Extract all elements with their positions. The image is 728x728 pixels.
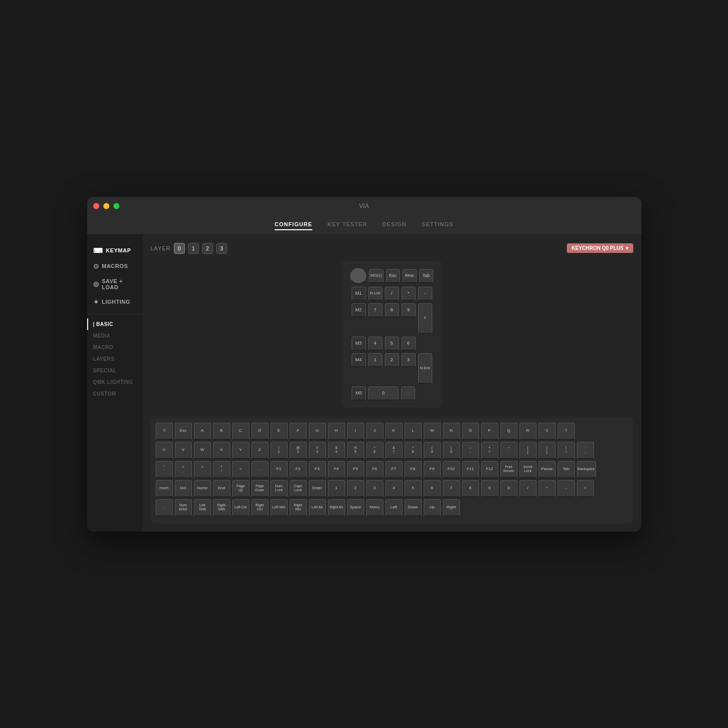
kb-key-g[interactable]: G [309, 423, 326, 440]
kb-key-right-ctrl[interactable]: RightCtrl [251, 499, 269, 516]
kb-key-c[interactable]: C [232, 423, 249, 440]
kb-key-b[interactable]: B [213, 423, 230, 440]
kb-key-up[interactable]: Up [424, 499, 441, 516]
keyboard-selector[interactable]: KEYCHRON Q0 PLUS ▾ [567, 243, 633, 253]
kb-key-m[interactable]: M [424, 423, 441, 440]
kb-key-blank[interactable]: ▽ [156, 423, 173, 440]
kb-key-backslash[interactable]: |\ [558, 442, 575, 459]
kb-key-tab2[interactable]: Tab [558, 461, 575, 478]
kb-key-right[interactable]: Right [443, 499, 460, 516]
kb-key-np-plus[interactable]: + [577, 480, 594, 497]
kb-key-f1[interactable]: F1 [271, 461, 288, 478]
kb-key-f10[interactable]: F10 [443, 461, 460, 478]
kb-key-scroll-lock[interactable]: ScrollLock [519, 461, 537, 478]
numpad-key-m3[interactable]: M3 [352, 337, 366, 351]
layer-btn-3[interactable]: 3 [216, 243, 227, 254]
kb-key-np3[interactable]: 3 [366, 480, 383, 497]
layer-btn-0[interactable]: 0 [174, 243, 185, 254]
numpad-key-esc[interactable]: Esc [386, 269, 400, 283]
numpad-key-6[interactable]: 6 [402, 337, 416, 351]
kb-key-w[interactable]: W [194, 442, 211, 459]
kb-key-space[interactable]: Space [347, 499, 364, 516]
numpad-key-9[interactable]: 9 [402, 303, 416, 317]
numpad-key-knob[interactable] [350, 268, 366, 284]
kb-key-del[interactable]: Del [175, 480, 192, 497]
numpad-key-m4[interactable]: M4 [352, 353, 366, 367]
kb-key-f9[interactable]: F9 [424, 461, 441, 478]
sidebar-category-media[interactable]: MEDIA [87, 330, 143, 342]
kb-key-f4[interactable]: F4 [328, 461, 345, 478]
numpad-key-2[interactable]: 2 [385, 353, 399, 367]
tab-key-tester[interactable]: KEY TESTER [327, 219, 367, 230]
numpad-key-m1[interactable]: M1 [352, 287, 366, 301]
kb-key-comma2[interactable]: , [251, 461, 269, 478]
kb-key-f3[interactable]: F3 [309, 461, 326, 478]
kb-key-left-shift[interactable]: LeftShift [194, 499, 211, 516]
kb-key-i[interactable]: I [347, 423, 364, 440]
kb-key-semicolon[interactable]: :; [577, 442, 594, 459]
sidebar-category-macro[interactable]: MACRO [87, 342, 143, 353]
kb-key-f6[interactable]: F6 [366, 461, 383, 478]
sidebar-category-custom[interactable]: CUSTOM [87, 388, 143, 400]
numpad-key-bksp[interactable]: Bksp [403, 269, 417, 283]
kb-key-np-asterisk[interactable]: * [539, 480, 556, 497]
kb-key-comma[interactable]: <, [175, 461, 192, 478]
kb-key-quote[interactable]: "' [156, 461, 173, 478]
numpad-key-m2[interactable]: M2 [352, 303, 366, 317]
kb-key-8[interactable]: *8 [405, 442, 422, 459]
kb-key-caps-lock[interactable]: CapsLock [290, 480, 307, 497]
sidebar-category-special[interactable]: SPECIAL [87, 365, 143, 376]
kb-key-left-ctrl[interactable]: Left Ctrl [232, 499, 249, 516]
kb-key-backspace[interactable]: Backspace [577, 461, 596, 478]
kb-key-9[interactable]: (9 [424, 442, 441, 459]
kb-key-np7[interactable]: 7 [443, 480, 460, 497]
kb-key-s[interactable]: S [539, 423, 556, 440]
kb-key-5[interactable]: %5 [347, 442, 364, 459]
kb-key-np-slash[interactable]: / [519, 480, 537, 497]
kb-key-print-screen[interactable]: PrintScreen [500, 461, 517, 478]
kb-key-p[interactable]: P [481, 423, 498, 440]
kb-key-z[interactable]: Z [251, 442, 269, 459]
kb-key-right-shift[interactable]: RightShift [213, 499, 230, 516]
kb-key-esc[interactable]: Esc [175, 423, 192, 440]
kb-key-1[interactable]: !1 [271, 442, 288, 459]
kb-key-d[interactable]: D [251, 423, 269, 440]
kb-key-f8[interactable]: F8 [405, 461, 422, 478]
numpad-key-plus[interactable]: + [418, 303, 432, 334]
kb-key-f12[interactable]: F12 [481, 461, 498, 478]
kb-key-np8[interactable]: 8 [462, 480, 479, 497]
kb-key-left-alt[interactable]: Left Alt [309, 499, 326, 516]
layer-btn-1[interactable]: 1 [188, 243, 199, 254]
kb-key-k[interactable]: K [385, 423, 403, 440]
kb-key-v[interactable]: V [175, 442, 192, 459]
kb-key-q[interactable]: Q [500, 423, 517, 440]
numpad-key-slash[interactable]: / [385, 287, 399, 301]
kb-key-l[interactable]: L [405, 423, 422, 440]
numpad-key-0[interactable]: 0 [368, 386, 399, 401]
kb-key-page-down[interactable]: PageDown [251, 480, 269, 497]
kb-key-n[interactable]: N [443, 423, 460, 440]
tab-settings[interactable]: SETTINGS [422, 219, 453, 230]
numpad-key-8[interactable]: 8 [385, 303, 399, 317]
kb-key-o[interactable]: O [462, 423, 479, 440]
sidebar-category-layers[interactable]: LAYERS [87, 353, 143, 365]
kb-key-num-lock[interactable]: NumLock [271, 480, 288, 497]
kb-key-rbracket[interactable]: }] [539, 442, 556, 459]
numpad-key-tab[interactable]: Tab [419, 269, 433, 283]
sidebar-item-macros[interactable]: ⊙ MACROS [87, 258, 143, 274]
numpad-key-dot[interactable]: . [401, 386, 415, 401]
kb-key-f5[interactable]: F5 [347, 461, 364, 478]
layer-btn-2[interactable]: 2 [202, 243, 213, 254]
kb-key-down[interactable]: Down [405, 499, 422, 516]
kb-key-u[interactable]: U [156, 442, 173, 459]
sidebar-category-basic[interactable]: | BASIC [87, 318, 143, 330]
close-button[interactable] [93, 203, 99, 209]
kb-key-eq2[interactable]: = [232, 461, 249, 478]
kb-key-np1[interactable]: 1 [328, 480, 345, 497]
kb-key-lbracket[interactable]: {[ [519, 442, 537, 459]
kb-key-np4[interactable]: 4 [385, 480, 403, 497]
kb-key-0[interactable]: )0 [443, 442, 460, 459]
kb-key-slash2[interactable]: ?/ [213, 461, 230, 478]
kb-key-7[interactable]: &7 [385, 442, 403, 459]
kb-key-f[interactable]: F [290, 423, 307, 440]
